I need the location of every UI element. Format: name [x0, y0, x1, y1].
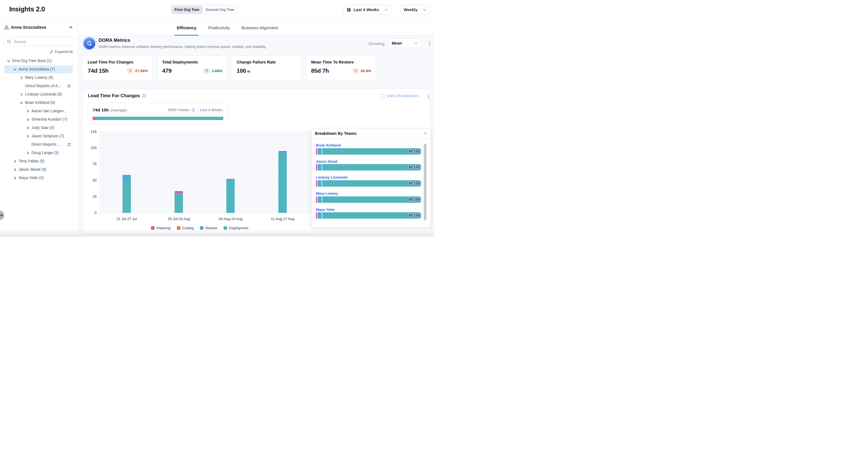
team-link-jason-stead[interactable]: Jason Stead	[316, 159, 337, 164]
team-bar-planning-segment	[316, 197, 317, 203]
chevron-right-icon[interactable]	[13, 176, 17, 180]
chevron-right-icon[interactable]	[26, 126, 30, 130]
x-tick-label-3: 04 Aug-10 Aug	[214, 217, 247, 221]
team-bar-review-segment	[318, 212, 321, 219]
metric-card-title: Change Failure Rate	[237, 60, 297, 64]
summary-divider: |	[197, 108, 198, 112]
tree-item-jason-stead-4[interactable]: Jason Stead (4)	[0, 166, 78, 174]
chevron-right-icon[interactable]	[26, 118, 30, 121]
tree-item-aaron-van-langen[interactable]: Aaron Van Langen...	[0, 107, 78, 115]
tab-business-alignment[interactable]: Business Alignment	[239, 20, 280, 36]
search-input[interactable]	[13, 39, 70, 44]
tree-item-tony-pallas-5[interactable]: Tony Pallas (5)	[0, 157, 78, 166]
chart-kebab-menu[interactable]	[428, 94, 429, 99]
date-range-select[interactable]: Last 4 Weeks	[343, 5, 392, 15]
legend-item-deployment[interactable]: Deployment	[223, 226, 248, 230]
breakdown-by-teams-panel: Breakdown By Teams ✕ Brian Kirkland74d 1…	[311, 128, 431, 227]
chevron-down-icon[interactable]	[7, 59, 10, 63]
team-link-maya-yette[interactable]: Maya Yette	[316, 208, 335, 212]
chevron-down-icon[interactable]	[20, 101, 23, 105]
team-bar-value: 74d 15h	[406, 149, 420, 153]
toggle-first-org-tree[interactable]: First Org Tree	[172, 6, 203, 13]
team-bar-planning-segment	[316, 212, 317, 219]
tree-item-brian-kirkland-6[interactable]: Brian Kirkland (6)	[0, 98, 78, 107]
org-sidebar: Anna Scozzafava Expand All First Org Tre…	[0, 20, 78, 237]
tab-efficiency[interactable]: Efficiency	[175, 20, 199, 36]
tree-item-direct-reports[interactable]: Direct Reports ...	[0, 140, 78, 149]
legend-item-planning[interactable]: Planning	[151, 226, 170, 230]
metric-card-title: Lead Time For Changes	[88, 60, 148, 64]
info-icon[interactable]	[142, 94, 146, 98]
tree-item-mary-lowery-6[interactable]: Mary Lowery (6)	[0, 73, 78, 82]
filter-icon[interactable]	[67, 84, 71, 88]
team-bar-value: 74d 15h	[406, 213, 420, 217]
chevron-right-icon[interactable]	[13, 168, 17, 172]
trend-up-arrow-icon: ↗	[352, 68, 359, 74]
metric-delta-badge: ↗27.56%	[127, 68, 148, 74]
team-bar-deployment-segment: 74d 15h	[322, 180, 421, 187]
chevron-right-icon[interactable]	[20, 92, 23, 96]
view-breakdown-button[interactable]: View Breakdown	[381, 94, 419, 98]
y-tick-label-125: 125	[83, 129, 97, 134]
sidebar-collapse-chevron-up-icon[interactable]	[69, 25, 73, 31]
bar-28-Jul-03-Aug-planning	[175, 191, 183, 193]
triangle-right-icon	[1, 214, 3, 217]
tree-item-label: First Org Tree Root (1)	[12, 59, 52, 63]
team-bar-mary-lowery: 74d 15h	[316, 197, 421, 203]
filter-icon[interactable]	[67, 142, 71, 147]
summary-period: Last 4 Weeks	[200, 108, 223, 112]
info-icon[interactable]	[191, 108, 195, 112]
legend-label: Review	[206, 226, 217, 230]
metric-card-total-deployments: Total Deployments479↗3.68%	[157, 55, 227, 81]
legend-item-coding[interactable]: Coding	[177, 226, 194, 230]
chevron-right-icon[interactable]	[26, 151, 30, 155]
search-icon	[7, 39, 11, 44]
legend-chip-coding	[177, 226, 180, 230]
chevron-right-icon[interactable]	[20, 76, 23, 80]
tree-item-maya-yette-3[interactable]: Maya Yette (3)	[0, 174, 78, 182]
expand-all-button[interactable]: Expand All	[50, 50, 73, 54]
tab-bar: Efficiency Productivity Business Alignme…	[78, 20, 434, 36]
tree-item-direct-reports-of-a[interactable]: Direct Reports of A...	[0, 82, 78, 90]
chart-card-title-row: Lead Time For Changes	[88, 93, 146, 98]
tree-item-label: Sireesha Kunduri (7)	[31, 117, 67, 121]
granularity-select[interactable]: Weekly	[400, 5, 430, 15]
chevron-down-icon	[385, 9, 388, 11]
dora-kebab-menu[interactable]	[429, 41, 430, 46]
team-link-brian-kirkland[interactable]: Brian Kirkland	[316, 143, 341, 147]
team-link-mary-lowery[interactable]: Mary Lowery	[316, 191, 338, 196]
tree-item-anna-scozzafava-7[interactable]: Anna Scozzafava (7)	[0, 65, 78, 73]
metric-card-title: Mean Time To Restore	[311, 60, 371, 64]
tab-productivity[interactable]: Productivity	[206, 20, 232, 36]
chevron-right-icon[interactable]	[26, 134, 30, 138]
expand-all-label: Expand All	[55, 50, 73, 54]
tree-item-sireesha-kunduri-7[interactable]: Sireesha Kunduri (7)	[0, 115, 78, 124]
bar-04-Aug-10-Aug-planning	[226, 179, 235, 179]
chevron-down-icon[interactable]	[13, 67, 17, 71]
team-bar-maya-yette: 74d 15h	[316, 212, 421, 219]
view-breakdown-icon	[381, 94, 385, 98]
tree-item-first-org-tree-root-1[interactable]: First Org Tree Root (1)	[0, 57, 78, 65]
calendar-icon	[347, 7, 351, 12]
summary-segment-deployment	[99, 117, 223, 120]
showing-select[interactable]: Mean	[388, 38, 421, 48]
close-icon[interactable]: ✕	[424, 131, 427, 136]
toggle-second-org-tree[interactable]: Second Org Tree	[203, 6, 238, 13]
team-bar-jason-stead: 74d 15h	[316, 164, 421, 171]
team-bar-deployment-segment: 74d 15h	[322, 148, 421, 155]
summary-phase-bar	[93, 117, 223, 120]
tree-item-label: Lindsay Liszewski (8)	[25, 92, 62, 96]
tree-item-lindsay-liszewski-8[interactable]: Lindsay Liszewski (8)	[0, 90, 78, 98]
tree-item-judy-saw-4[interactable]: Judy Saw (4)	[0, 124, 78, 132]
sidebar-selected-person: Anna Scozzafava	[11, 25, 46, 30]
chevron-right-icon[interactable]	[26, 109, 30, 113]
team-bar-brian-kirkland: 74d 15h	[316, 148, 421, 155]
chevron-right-icon[interactable]	[13, 159, 17, 163]
summary-meta-group: 5030 Tickets | Last 4 Weeks	[168, 108, 223, 112]
tree-item-doug-lange-3[interactable]: Doug Lange (3)	[0, 149, 78, 157]
panel-scrollbar-thumb[interactable]	[424, 144, 427, 220]
tree-item-jason-simpson-7[interactable]: Jason Simpson (7)	[0, 132, 78, 140]
legend-item-review[interactable]: Review	[200, 226, 217, 230]
date-range-value: Last 4 Weeks	[353, 7, 379, 12]
team-link-lindsay-liszewski[interactable]: Lindsay Liszewski	[316, 175, 347, 179]
